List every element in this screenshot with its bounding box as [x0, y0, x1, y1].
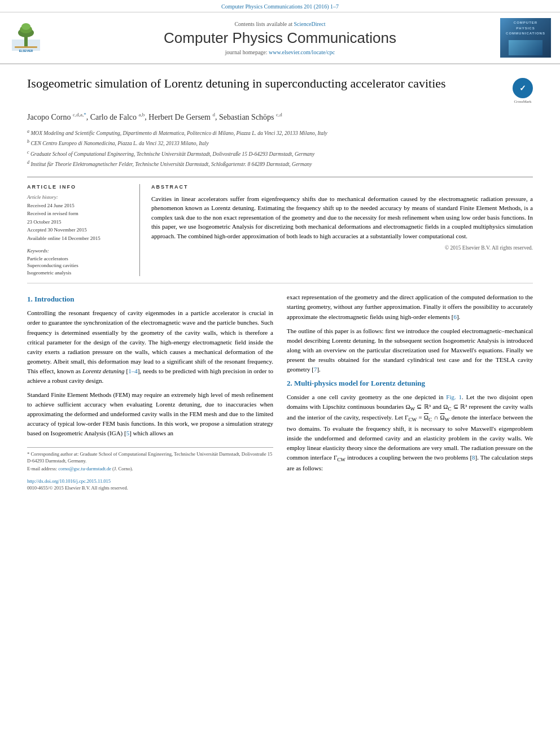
revised-date: 23 October 2015 — [27, 219, 130, 226]
journal-header-right: COMPUTERPHYSICSCOMMUNICATIONS — [483, 18, 551, 58]
keyword-1: Particle accelerators — [27, 255, 130, 263]
affiliations: a MOX Modeling and Scientific Computing,… — [27, 128, 533, 169]
author-schops: Sebastian Schöps c,d — [219, 113, 282, 121]
footnote-issn: 0010-4655/© 2015 Elsevier B.V. All right… — [27, 485, 273, 492]
abstract-col: ABSTRACT Cavities in linear accelerators… — [151, 184, 533, 277]
keywords-section: Keywords: Particle accelerators Supercon… — [27, 248, 130, 277]
section1-right-para2: The outline of this paper is as follows:… — [287, 326, 533, 374]
accepted-date: Accepted 30 November 2015 — [27, 226, 130, 234]
journal-header-left: ELSEVIER — [9, 23, 77, 54]
affil-d: d Institut für Theorie Elektromagnetisch… — [27, 159, 533, 168]
journal-header-center: Contents lists available at ScienceDirec… — [77, 21, 483, 55]
svg-rect-5 — [15, 46, 37, 48]
section1-title: 1. Introduction — [27, 295, 273, 304]
citation-text: Computer Physics Communications 201 (201… — [221, 3, 339, 10]
keyword-2: Superconducting cavities — [27, 262, 130, 269]
elsevier-tree-icon: ELSEVIER — [9, 23, 43, 54]
authors: Jacopo Corno c,d,a,*, Carlo de Falco a,b… — [27, 111, 533, 124]
article-info-col: ARTICLE INFO Article history: Received 2… — [27, 184, 140, 277]
main-content: Isogeometric simulation of Lorentz detun… — [0, 64, 560, 504]
body-col-left: 1. Introduction Controlling the resonant… — [27, 292, 273, 492]
keywords-label: Keywords: — [27, 248, 130, 254]
section1-para2: Standard Finite Element Methods (FEM) ma… — [27, 390, 273, 438]
affil-a: a MOX Modeling and Scientific Computing,… — [27, 128, 533, 137]
revised-label: Received in revised form — [27, 210, 130, 217]
article-title-section: Isogeometric simulation of Lorentz detun… — [27, 76, 533, 104]
footnote-doi: http://dx.doi.org/10.1016/j.cpc.2015.11.… — [27, 476, 273, 485]
history-label: Article history: — [27, 194, 130, 200]
article-info-header: ARTICLE INFO — [27, 184, 130, 190]
crossmark-icon: ✓ — [517, 82, 529, 94]
received-date: Received 24 June 2015 — [27, 202, 130, 209]
section1-right-para1: exact representation of the geometry and… — [287, 292, 533, 321]
affil-b: b CEN Centro Europeo di Nanomedicina, Pi… — [27, 138, 533, 147]
footnote-corresponding: * Corresponding author at: Graduate Scho… — [27, 451, 273, 465]
abstract-header: ABSTRACT — [151, 184, 533, 190]
abstract-text: Cavities in linear accelerators suffer f… — [151, 194, 533, 241]
journal-title: Computer Physics Communications — [77, 29, 483, 47]
section1-para1: Controlling the resonant frequency of ca… — [27, 308, 273, 385]
contents-available: Contents lists available at ScienceDirec… — [77, 21, 483, 27]
cpc-logo: COMPUTERPHYSICSCOMMUNICATIONS — [500, 18, 551, 58]
available-date: Available online 14 December 2015 — [27, 235, 130, 242]
keyword-3: Isogeometric analysis — [27, 269, 130, 277]
footnote-email: E-mail address: corno@gsc.tu-darmstadt.d… — [27, 466, 273, 473]
section2-text: Consider a one cell cavity geometry as t… — [287, 392, 533, 473]
article-title: Isogeometric simulation of Lorentz detun… — [27, 76, 504, 92]
elsevier-logo: ELSEVIER — [9, 23, 43, 54]
cpc-logo-text: COMPUTERPHYSICSCOMMUNICATIONS — [506, 20, 545, 37]
journal-header: ELSEVIER Contents lists available at Sci… — [0, 12, 560, 64]
journal-homepage: journal homepage: www.elsevier.com/locat… — [77, 49, 483, 55]
author-corno: Jacopo Corno c,d,a,* — [27, 113, 86, 121]
citation-bar: Computer Physics Communications 201 (201… — [0, 0, 560, 12]
crossmark-label: CrossMark — [513, 99, 533, 104]
author-degersem: Herbert De Gersem d — [148, 113, 215, 121]
section2-title: 2. Multi-physics model for Lorentz detun… — [287, 379, 533, 388]
homepage-url[interactable]: www.elsevier.com/locate/cpc — [269, 49, 335, 55]
author-defalco: Carlo de Falco a,b — [90, 113, 145, 121]
crossmark-badge[interactable]: ✓ CrossMark — [513, 78, 533, 104]
info-abstract-section: ARTICLE INFO Article history: Received 2… — [27, 177, 533, 284]
body-col-right: exact representation of the geometry and… — [287, 292, 533, 492]
footnote-section: * Corresponding author at: Graduate Scho… — [27, 447, 273, 492]
crossmark-circle: ✓ — [513, 78, 533, 98]
svg-text:ELSEVIER: ELSEVIER — [19, 49, 33, 53]
body-content: 1. Introduction Controlling the resonant… — [27, 292, 533, 492]
copyright: © 2015 Elsevier B.V. All rights reserved… — [151, 245, 533, 251]
sciencedirect-link[interactable]: ScienceDirect — [294, 21, 325, 27]
svg-point-4 — [21, 23, 30, 30]
svg-text:✓: ✓ — [519, 84, 526, 93]
affil-c: c Graduate School of Computational Engin… — [27, 149, 533, 158]
